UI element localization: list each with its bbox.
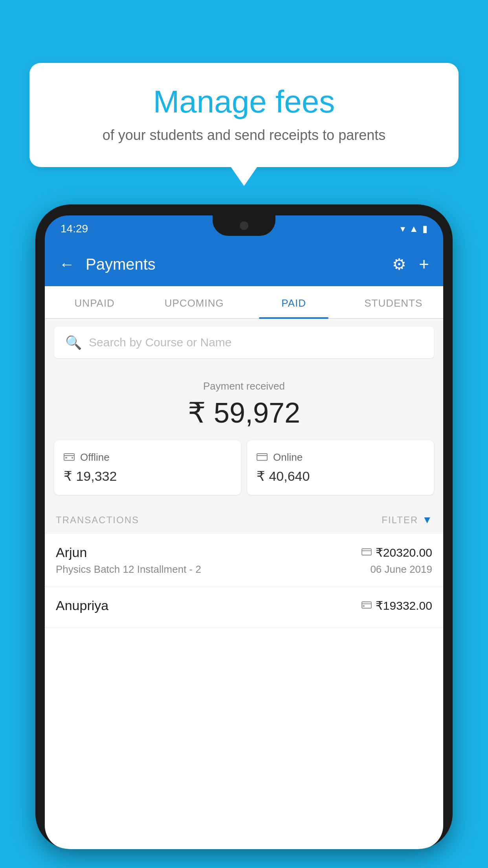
search-icon: 🔍 bbox=[65, 335, 82, 350]
transaction-bottom: Physics Batch 12 Installment - 2 06 June… bbox=[56, 563, 432, 576]
phone-frame: 14:29 ▾ ▲ ▮ ← Payments ⚙ + bbox=[35, 204, 453, 849]
signal-icon: ▲ bbox=[409, 223, 418, 234]
status-notch bbox=[213, 215, 275, 236]
offline-label: Offline bbox=[80, 451, 110, 463]
bubble-subtitle: of your students and send receipts to pa… bbox=[53, 127, 435, 143]
main-content: 🔍 Search by Course or Name Payment recei… bbox=[45, 319, 443, 628]
wifi-icon: ▾ bbox=[400, 223, 405, 234]
app-bar-actions: ⚙ + bbox=[392, 254, 429, 274]
filter-section[interactable]: FILTER ▼ bbox=[382, 514, 432, 526]
search-placeholder: Search by Course or Name bbox=[89, 336, 232, 349]
status-bar: 14:29 ▾ ▲ ▮ bbox=[45, 215, 443, 242]
svg-rect-0 bbox=[64, 454, 74, 460]
transaction-amount-wrap: ₹20320.00 bbox=[361, 546, 432, 559]
transaction-course: Physics Batch 12 Installment - 2 bbox=[56, 563, 201, 576]
payment-received-label: Payment received bbox=[54, 380, 434, 392]
tab-unpaid[interactable]: UNPAID bbox=[45, 286, 145, 318]
transaction-top-2: Anupriya ₹19332.00 bbox=[56, 598, 432, 613]
payment-amount: ₹ 59,972 bbox=[54, 396, 434, 429]
tab-upcoming[interactable]: UPCOMING bbox=[145, 286, 244, 318]
svg-point-3 bbox=[72, 457, 73, 459]
tabs-bar: UNPAID UPCOMING PAID STUDENTS bbox=[45, 286, 443, 319]
app-title: Payments bbox=[86, 256, 381, 273]
online-amount: ₹ 40,640 bbox=[257, 468, 424, 484]
svg-rect-8 bbox=[362, 602, 371, 608]
transaction-amount-wrap-2: ₹19332.00 bbox=[361, 599, 432, 612]
transactions-header: TRANSACTIONS FILTER ▼ bbox=[45, 506, 443, 534]
svg-rect-6 bbox=[362, 549, 371, 555]
bubble-title: Manage fees bbox=[53, 85, 435, 119]
online-icon bbox=[257, 451, 268, 463]
tab-paid[interactable]: PAID bbox=[244, 286, 344, 318]
back-button[interactable]: ← bbox=[59, 256, 75, 273]
tab-students[interactable]: STUDENTS bbox=[344, 286, 444, 318]
battery-icon: ▮ bbox=[422, 223, 427, 234]
app-content: ← Payments ⚙ + UNPAID UPCOMING PAID bbox=[45, 242, 443, 849]
payment-type-icon bbox=[361, 546, 372, 559]
status-icons: ▾ ▲ ▮ bbox=[400, 223, 427, 234]
online-card: Online ₹ 40,640 bbox=[247, 440, 434, 495]
payment-type-icon-2 bbox=[361, 600, 372, 612]
add-button[interactable]: + bbox=[419, 254, 429, 274]
offline-icon bbox=[64, 451, 75, 463]
filter-icon: ▼ bbox=[422, 514, 432, 526]
card-header-offline: Offline bbox=[64, 451, 231, 463]
transaction-amount-2: ₹19332.00 bbox=[376, 599, 432, 612]
svg-rect-4 bbox=[257, 454, 267, 460]
card-header-online: Online bbox=[257, 451, 424, 463]
offline-amount: ₹ 19,332 bbox=[64, 468, 231, 484]
transaction-name-2: Anupriya bbox=[56, 598, 108, 613]
app-bar: ← Payments ⚙ + bbox=[45, 242, 443, 286]
transactions-label: TRANSACTIONS bbox=[56, 515, 139, 526]
settings-icon[interactable]: ⚙ bbox=[392, 255, 406, 273]
transaction-date: 06 June 2019 bbox=[370, 563, 432, 576]
payment-cards: Offline ₹ 19,332 Online bbox=[45, 440, 443, 506]
svg-rect-2 bbox=[65, 457, 67, 458]
phone-container: 14:29 ▾ ▲ ▮ ← Payments ⚙ + bbox=[35, 204, 453, 868]
offline-card: Offline ₹ 19,332 bbox=[54, 440, 241, 495]
filter-label: FILTER bbox=[382, 515, 418, 526]
speech-bubble: Manage fees of your students and send re… bbox=[29, 63, 459, 167]
camera-dot bbox=[240, 221, 248, 230]
search-bar[interactable]: 🔍 Search by Course or Name bbox=[54, 327, 434, 358]
svg-rect-10 bbox=[363, 605, 365, 607]
transaction-row-2[interactable]: Anupriya ₹19332.00 bbox=[45, 587, 443, 628]
status-time: 14:29 bbox=[61, 223, 88, 235]
transaction-top: Arjun ₹20320.00 bbox=[56, 545, 432, 560]
online-label: Online bbox=[273, 451, 303, 463]
transaction-name: Arjun bbox=[56, 545, 87, 560]
transaction-amount: ₹20320.00 bbox=[376, 546, 432, 559]
payment-received-section: Payment received ₹ 59,972 bbox=[45, 366, 443, 440]
speech-bubble-container: Manage fees of your students and send re… bbox=[29, 63, 459, 167]
transaction-row[interactable]: Arjun ₹20320.00 Physics bbox=[45, 534, 443, 587]
